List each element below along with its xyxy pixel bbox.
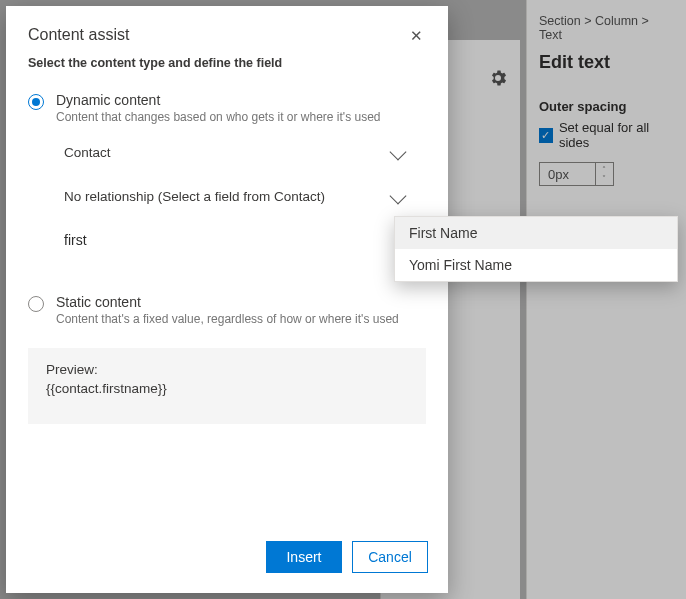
close-icon[interactable]: ✕	[406, 26, 426, 46]
right-properties-panel: Section > Column > Text Edit text Outer …	[526, 0, 686, 599]
stepper-arrows-icon[interactable]: ˄˅	[595, 163, 613, 185]
preview-value: {{contact.firstname}}	[46, 381, 408, 396]
relationship-select[interactable]: No relationship (Select a field from Con…	[64, 180, 426, 212]
dynamic-content-option[interactable]: Dynamic content Content that changes bas…	[28, 92, 426, 124]
static-content-radio[interactable]	[28, 296, 44, 312]
suggestion-item[interactable]: Yomi First Name	[395, 249, 677, 281]
entity-select[interactable]: Contact	[64, 136, 426, 168]
chevron-down-icon	[390, 144, 407, 161]
static-content-option[interactable]: Static content Content that's a fixed va…	[28, 294, 426, 326]
insert-button[interactable]: Insert	[266, 541, 342, 573]
dynamic-label: Dynamic content	[56, 92, 426, 108]
spacing-stepper[interactable]: 0px ˄˅	[539, 162, 614, 186]
field-search-value: first	[64, 232, 87, 248]
field-suggestion-flyout: First Name Yomi First Name	[394, 216, 678, 282]
dialog-subtitle: Select the content type and define the f…	[6, 56, 448, 76]
field-search-input[interactable]: first	[64, 226, 426, 254]
cancel-button[interactable]: Cancel	[352, 541, 428, 573]
content-assist-dialog: Content assist ✕ Select the content type…	[6, 6, 448, 593]
dynamic-content-radio[interactable]	[28, 94, 44, 110]
preview-label: Preview:	[46, 362, 408, 377]
outer-spacing-label: Outer spacing	[539, 99, 674, 114]
equal-sides-label: Set equal for all sides	[559, 120, 674, 150]
spacing-value: 0px	[540, 167, 595, 182]
static-desc: Content that's a fixed value, regardless…	[56, 312, 426, 326]
preview-box: Preview: {{contact.firstname}}	[28, 348, 426, 424]
page-title: Edit text	[539, 52, 674, 73]
entity-select-value: Contact	[64, 145, 111, 160]
suggestion-item[interactable]: First Name	[395, 217, 677, 249]
gear-icon[interactable]	[490, 70, 506, 86]
relationship-select-value: No relationship (Select a field from Con…	[64, 189, 325, 204]
breadcrumb-section[interactable]: Section	[539, 14, 581, 28]
breadcrumb-column[interactable]: Column	[595, 14, 638, 28]
equal-sides-checkbox[interactable]	[539, 128, 553, 143]
dynamic-desc: Content that changes based on who gets i…	[56, 110, 426, 124]
chevron-down-icon	[390, 188, 407, 205]
dialog-title: Content assist	[28, 26, 129, 44]
breadcrumb-text[interactable]: Text	[539, 28, 562, 42]
breadcrumb: Section > Column > Text	[539, 14, 674, 42]
static-label: Static content	[56, 294, 426, 310]
